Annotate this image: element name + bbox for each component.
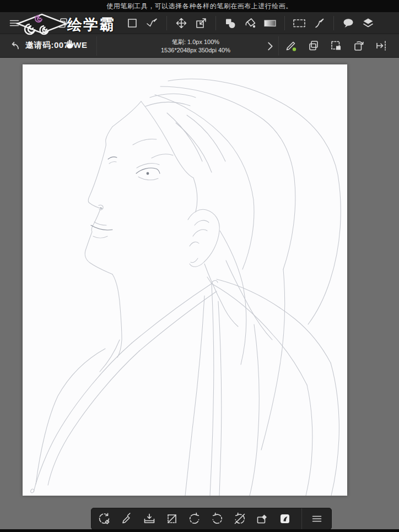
curve-pen-icon xyxy=(312,17,326,30)
tool-rotate-copy-button[interactable] xyxy=(349,36,369,55)
speech-bubble-icon xyxy=(341,17,355,30)
shapes-icon xyxy=(224,17,237,30)
top-toolbar xyxy=(0,12,399,34)
tool-save-button[interactable] xyxy=(138,509,160,529)
polyline-pen-icon xyxy=(145,17,159,30)
tool-paint-bucket-button[interactable] xyxy=(240,14,260,32)
tool-paste-button[interactable] xyxy=(326,36,346,55)
tool-transform-button[interactable] xyxy=(191,14,211,32)
drawing-app: 使用笔刷工具，可以选择各种各样的笔刷在画布上进行绘画。 邀请码:0078WE 笔… xyxy=(0,0,399,532)
flip-edge-icon xyxy=(375,39,388,52)
rotate-copy-icon xyxy=(352,39,365,52)
paste-icon xyxy=(330,39,343,52)
brush-info-line2: 1536*2048px 350dpi 40% xyxy=(116,46,276,55)
separator xyxy=(301,508,302,529)
tool-undo-button[interactable] xyxy=(183,509,206,529)
save-icon xyxy=(142,512,157,525)
copy-squares-icon xyxy=(56,17,69,30)
tool-eyedropper-button[interactable] xyxy=(115,509,138,529)
brush-color-icon xyxy=(284,39,298,52)
sub-toolbar-tools xyxy=(281,36,391,55)
separator xyxy=(278,36,279,56)
bottom-strip xyxy=(0,529,399,532)
drawing-canvas[interactable] xyxy=(23,64,347,496)
smudge-icon xyxy=(278,512,292,525)
tool-clear-canvas-button[interactable] xyxy=(160,509,183,529)
tool-smudge-button[interactable] xyxy=(273,509,296,529)
separator xyxy=(284,16,285,30)
undo-icon xyxy=(187,512,202,526)
tool-curve-pen-button[interactable] xyxy=(309,14,329,32)
clear-canvas-icon xyxy=(165,512,179,525)
tool-menu-button[interactable] xyxy=(4,14,24,32)
duplicate-icon xyxy=(307,39,320,52)
eyedropper-icon xyxy=(120,512,133,525)
rect-shape-icon xyxy=(126,17,139,30)
rotate-lock-icon xyxy=(233,512,247,526)
gradient-icon xyxy=(262,17,278,30)
menu-icon xyxy=(8,17,21,30)
sub-toolbar: 邀请码:0078WE 笔刷: 1.0px 100% 1536*2048px 35… xyxy=(0,34,399,58)
tool-gradient-button[interactable] xyxy=(260,14,280,32)
separator xyxy=(215,16,216,30)
separator xyxy=(96,36,97,56)
tool-move-button[interactable] xyxy=(171,14,191,32)
tool-menu-button[interactable] xyxy=(305,509,328,529)
tool-layers-button[interactable] xyxy=(358,14,378,32)
status-tip-text: 使用笔刷工具，可以选择各种各样的笔刷在画布上进行绘画。 xyxy=(106,2,293,11)
redo-icon xyxy=(210,512,224,526)
tool-brush-color-button[interactable] xyxy=(281,36,301,55)
tool-rotate-lock-button[interactable] xyxy=(228,509,251,529)
tool-rect-shape-button[interactable] xyxy=(122,14,142,32)
menu-icon xyxy=(310,512,323,525)
eraser-icon xyxy=(255,512,269,525)
canvas-artwork xyxy=(23,64,347,496)
tool-redo-button[interactable] xyxy=(206,509,228,529)
rotate-canvas-icon xyxy=(97,512,111,526)
paint-bucket-icon xyxy=(243,17,257,30)
bottom-toolbar xyxy=(91,508,332,530)
move-icon xyxy=(175,17,188,30)
tool-duplicate-button[interactable] xyxy=(304,36,323,55)
brush-info[interactable]: 笔刷: 1.0px 100% 1536*2048px 350dpi 40% xyxy=(116,38,276,54)
brush-info-line1: 笔刷: 1.0px 100% xyxy=(116,38,276,46)
tool-shapes-button[interactable] xyxy=(220,14,240,32)
invite-code-label: 邀请码:0078WE xyxy=(25,40,88,51)
separator xyxy=(166,16,167,30)
tool-polyline-pen-button[interactable] xyxy=(142,14,162,32)
transform-icon xyxy=(195,17,208,30)
tool-marquee-button[interactable] xyxy=(289,14,309,32)
separator xyxy=(333,16,334,30)
tool-flip-edge-button[interactable] xyxy=(371,36,391,55)
tool-rotate-canvas-button[interactable] xyxy=(93,509,115,529)
layers-icon xyxy=(362,17,375,30)
tool-eraser-button[interactable] xyxy=(251,509,273,529)
tool-speech-bubble-button[interactable] xyxy=(338,14,358,32)
status-bar: 使用笔刷工具，可以选择各种各样的笔刷在画布上进行绘画。 xyxy=(0,0,399,12)
back-button[interactable] xyxy=(4,37,24,56)
expand-brush-panel-button[interactable] xyxy=(260,37,280,56)
marquee-icon xyxy=(292,17,307,30)
tool-copy-squares-button[interactable] xyxy=(53,14,73,32)
